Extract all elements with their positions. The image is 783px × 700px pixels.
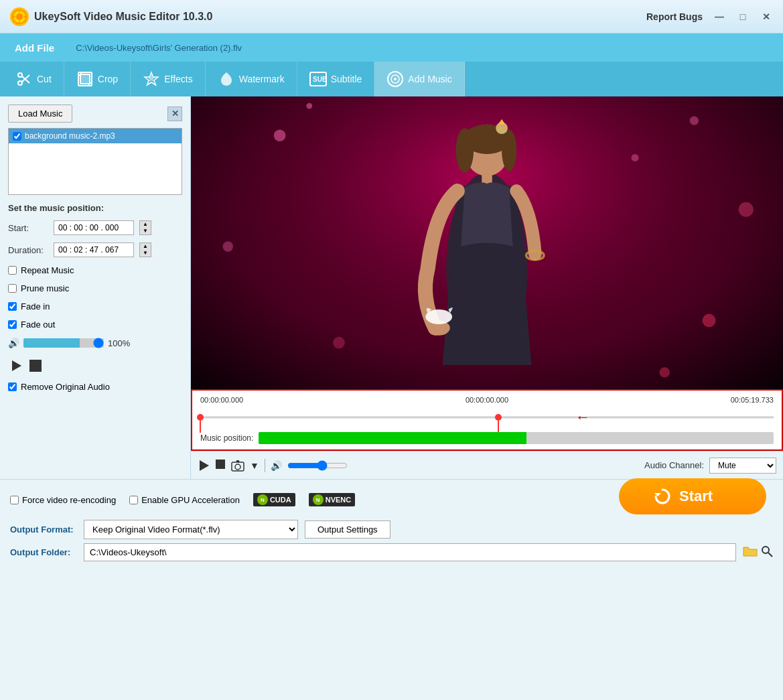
timeline-timestamps: 00:00:00.000 00:00:00.000 00:05:19.733 [200,396,774,404]
toolbar-item-crop[interactable]: Crop [64,62,131,96]
load-music-button[interactable]: Load Music [8,104,72,123]
svg-point-1 [16,13,23,20]
subtitle-label: Subtitle [331,74,362,84]
audio-channel-select[interactable]: Mute Stereo Left Right [709,458,776,474]
toolbar-item-addmusic[interactable]: Add Music [374,62,464,96]
close-panel-button[interactable]: ✕ [167,107,182,121]
addmusic-icon [386,70,404,88]
svg-point-50 [762,547,769,553]
enable-gpu-label[interactable]: Enable GPU Acceleration [129,495,240,505]
screenshot-button[interactable] [231,460,244,472]
output-settings-button[interactable]: Output Settings [305,520,390,539]
browse-folder-button[interactable] [743,545,758,560]
start-button[interactable]: Start [619,478,766,514]
music-item-checkbox[interactable] [13,132,21,141]
svg-point-28 [739,202,754,217]
watermark-label: Watermark [239,74,285,84]
prune-music-checkbox[interactable] [8,284,17,293]
stop-button[interactable] [29,360,42,372]
add-file-button[interactable]: Add File [0,33,69,62]
audio-channel-label: Audio Channel: [644,460,704,470]
force-reencode-checkbox[interactable] [10,496,19,504]
start-up-btn[interactable]: ▲ [140,221,151,228]
duration-down-btn[interactable]: ▼ [140,250,151,257]
svg-point-32 [333,337,345,349]
start-time-input[interactable] [54,220,134,235]
dropdown-button[interactable]: ▼ [250,460,259,471]
video-preview [191,96,783,389]
volume-icon: 🔊 [8,338,19,348]
title-bar: UkeySoft Video Music Editor 10.3.0 Repor… [0,0,783,33]
video-play-button[interactable] [198,460,210,472]
bottom-bar: Force video re-encoding Enable GPU Accel… [0,479,783,566]
ctrl-volume-slider[interactable] [287,460,348,471]
video-area [191,96,783,389]
remove-audio-checkbox[interactable] [8,382,17,391]
video-stop-button[interactable] [215,459,226,472]
app-title: UkeySoft Video Music Editor 10.3.0 [34,11,646,23]
cuda-badge: N CUDA [253,493,295,506]
crop-icon [76,70,94,88]
svg-marker-23 [12,360,21,371]
watermark-icon [218,70,235,88]
duration-time-input[interactable] [54,242,134,257]
svg-point-34 [659,367,669,377]
music-position-label: Music position: [200,433,253,443]
duration-up-btn[interactable]: ▲ [140,243,151,250]
toolbar-item-watermark[interactable]: Watermark [206,62,297,96]
fade-out-checkbox[interactable] [8,320,17,329]
left-marker[interactable] [197,414,204,421]
maximize-button[interactable]: □ [736,10,750,23]
svg-rect-46 [216,460,225,469]
music-item-name: background music-2.mp3 [25,131,115,141]
timeline-track[interactable]: ← [200,408,774,427]
music-list-item[interactable]: background music-2.mp3 [9,129,182,143]
timestamp-left: 00:00:00.000 [200,396,243,404]
prune-music-row: Prune music [8,283,182,293]
window-controls: Report Bugs — □ ✕ [646,10,773,23]
effects-label: Effects [164,74,193,84]
svg-text:SUB: SUB [313,76,327,83]
search-folder-button[interactable] [761,545,773,560]
svg-point-39 [502,129,516,171]
arrow-indicator: ← [575,409,590,426]
crop-label: Crop [98,74,118,84]
start-down-btn[interactable]: ▼ [140,228,151,234]
output-format-select[interactable]: Keep Original Video Format(*.flv) [84,520,298,539]
toolbar-item-cut[interactable]: Cut [3,62,64,96]
svg-line-9 [22,75,30,82]
fade-in-checkbox[interactable] [8,302,17,311]
play-button[interactable] [8,358,24,374]
bottom-row3: Output Folder: [10,543,773,561]
repeat-music-checkbox[interactable] [8,266,17,275]
toolbar-item-subtitle[interactable]: SUB Subtitle [297,62,375,96]
force-reencode-label[interactable]: Force video re-encoding [10,495,116,505]
svg-point-30 [703,314,716,328]
svg-point-29 [223,241,233,251]
svg-rect-11 [80,74,90,84]
output-folder-input[interactable] [84,543,736,561]
music-list: background music-2.mp3 [8,128,182,195]
remove-audio-label: Remove Original Audio [21,382,110,392]
left-panel-header: Load Music ✕ [8,104,182,123]
minimize-button[interactable]: — [713,10,726,23]
playback-row [8,358,182,374]
music-progress-bar[interactable] [259,432,774,444]
svg-point-26 [274,129,286,141]
start-row: Start: ▲ ▼ [8,220,182,235]
right-marker[interactable] [495,414,502,421]
position-section-label: Set the music position: [8,203,182,213]
cut-label: Cut [37,74,52,84]
volume-slider[interactable] [23,338,104,348]
svg-point-38 [456,128,474,172]
duration-label: Duration: [8,245,48,255]
bottom-row1: Force video re-encoding Enable GPU Accel… [10,485,773,514]
music-position-row: Music position: [200,432,774,444]
nvenc-badge: N NVENC [309,493,356,506]
toolbar-item-effects[interactable]: Effects [131,62,206,96]
enable-gpu-checkbox[interactable] [129,496,138,504]
report-bugs-link[interactable]: Report Bugs [646,11,703,22]
nvidia-logo-cuda: N [257,494,268,505]
duration-spinner: ▲ ▼ [139,242,151,257]
close-button[interactable]: ✕ [760,10,773,23]
